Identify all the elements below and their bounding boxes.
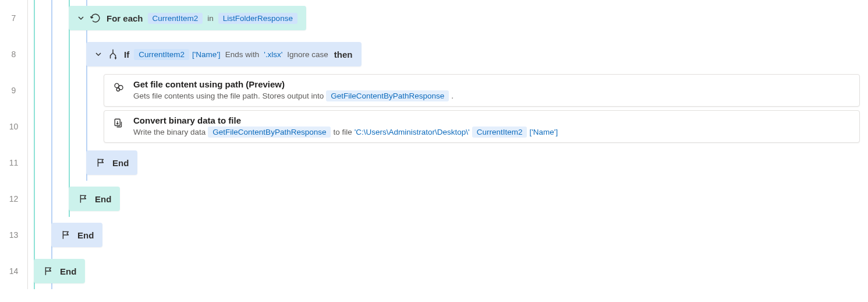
collapse-toggle[interactable]: [77, 15, 84, 22]
input-variable-token[interactable]: GetFileContentByPathResponse: [208, 127, 331, 138]
end-keyword: End: [77, 230, 94, 240]
end-block-row[interactable]: End: [34, 253, 868, 289]
foreach-list-token[interactable]: ListFolderResponse: [218, 13, 297, 24]
step-desc-text: to file: [333, 128, 352, 136]
line-number: 8: [0, 36, 27, 72]
step-desc-text: Write the binary data: [133, 128, 206, 136]
foreach-row[interactable]: For each CurrentItem2 in ListFolderRespo…: [34, 0, 868, 36]
loop-icon: [89, 13, 102, 23]
line-number: 10: [0, 108, 27, 145]
line-number: 14: [0, 253, 27, 289]
end-block-row[interactable]: End: [34, 217, 868, 253]
flag-icon: [42, 266, 55, 276]
sharepoint-icon: [112, 82, 125, 92]
line-number: 7: [0, 0, 27, 36]
svg-point-0: [115, 83, 119, 87]
end-keyword: End: [112, 158, 129, 168]
line-number-gutter: 7 8 9 10 11 12 13 14: [0, 0, 28, 289]
end-foreach-row[interactable]: End: [34, 181, 868, 217]
get-file-content-step[interactable]: Get file content using path (Preview) Ge…: [34, 72, 868, 108]
in-keyword: in: [207, 14, 214, 23]
end-keyword: End: [95, 194, 111, 204]
branch-icon: [107, 49, 119, 59]
end-if-row[interactable]: End: [34, 145, 868, 181]
then-keyword: then: [334, 50, 353, 59]
line-number: 13: [0, 217, 27, 253]
step-desc-text: Gets file contents using the file path. …: [133, 92, 324, 100]
if-keyword: If: [124, 50, 129, 59]
if-variable-token[interactable]: CurrentItem2: [134, 49, 189, 60]
step-title: Get file content using path (Preview): [133, 79, 454, 89]
foreach-variable-token[interactable]: CurrentItem2: [148, 13, 203, 24]
line-number: 12: [0, 181, 27, 217]
convert-binary-step[interactable]: Convert binary data to file Write the bi…: [34, 108, 868, 145]
foreach-keyword: For each: [107, 13, 143, 23]
flag-icon: [60, 230, 73, 240]
file-path-literal: 'C:\Users\Administrator\Desktop\': [355, 128, 470, 136]
flag-icon: [77, 194, 90, 204]
if-property: ['Name']: [192, 50, 221, 59]
if-literal: '.xlsx': [264, 50, 282, 59]
variable-property: ['Name']: [529, 128, 558, 136]
step-desc-text: .: [451, 92, 454, 100]
flag-icon: [95, 157, 108, 168]
output-variable-token[interactable]: GetFileContentByPathResponse: [326, 90, 449, 101]
line-number: 9: [0, 72, 27, 108]
collapse-toggle[interactable]: [95, 51, 102, 58]
if-condition-endswith: Ends with: [225, 50, 260, 59]
if-condition-ignorecase: Ignore case: [287, 50, 328, 59]
end-keyword: End: [60, 266, 76, 276]
variable-token[interactable]: CurrentItem2: [472, 127, 527, 138]
line-number: 11: [0, 145, 27, 181]
step-title: Convert binary data to file: [133, 115, 558, 125]
convert-file-icon: [112, 118, 125, 128]
if-row[interactable]: If CurrentItem2 ['Name'] Ends with '.xls…: [34, 36, 868, 72]
